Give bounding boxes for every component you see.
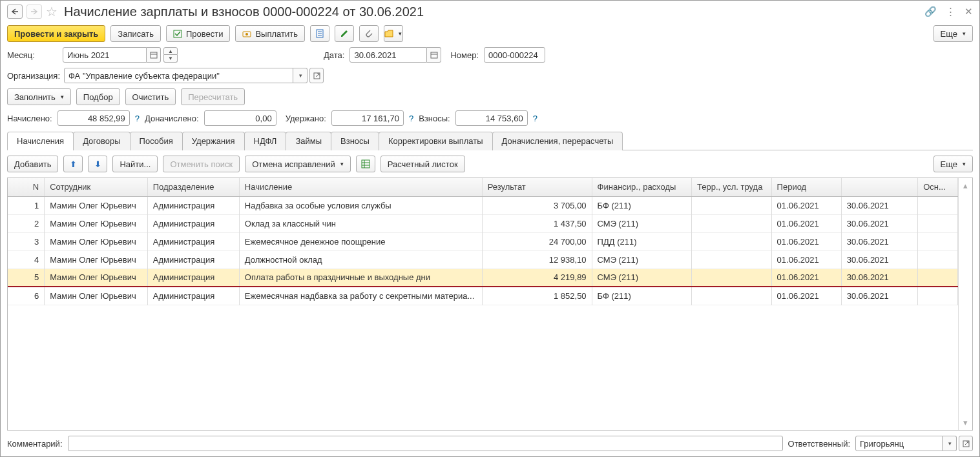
cell-employee: Мамин Олег Юрьевич bbox=[45, 287, 148, 305]
added-value[interactable]: 0,00 bbox=[204, 110, 276, 126]
cancel-find-button: Отменить поиск bbox=[163, 156, 240, 172]
arrow-down-icon: ⬇ bbox=[94, 159, 101, 169]
org-input[interactable]: ФА "Управление субъекта федерации" bbox=[64, 68, 293, 83]
move-up-button[interactable]: ⬆ bbox=[63, 156, 83, 172]
date-input[interactable]: 30.06.2021 bbox=[349, 47, 427, 63]
org-open-button[interactable] bbox=[309, 68, 324, 83]
number-input[interactable]: 0000-000224 bbox=[484, 47, 545, 63]
table-row[interactable]: 5Мамин Олег ЮрьевичАдминистрацияОплата р… bbox=[8, 269, 958, 287]
move-down-button[interactable]: ⬇ bbox=[88, 156, 107, 172]
payslip-button[interactable]: Расчетный листок bbox=[381, 156, 465, 172]
col-period[interactable]: Период bbox=[771, 178, 841, 196]
responsible-dropdown-button[interactable]: ▾ bbox=[943, 436, 957, 451]
more-label: Еще bbox=[941, 29, 957, 39]
cell-result: 12 938,10 bbox=[482, 250, 592, 269]
link-icon[interactable]: 🔗 bbox=[924, 6, 937, 17]
col-dept[interactable]: Подразделение bbox=[147, 178, 239, 196]
pick-button[interactable]: Подбор bbox=[76, 88, 120, 105]
calendar-icon bbox=[150, 51, 158, 59]
tab-4[interactable]: НДФЛ bbox=[244, 132, 287, 150]
post-and-close-button[interactable]: Провести и закрыть bbox=[7, 25, 105, 42]
col-accrual[interactable]: Начисление bbox=[239, 178, 482, 196]
comment-label: Комментарий: bbox=[7, 439, 63, 449]
cell-accrual: Оклад за классный чин bbox=[239, 214, 482, 232]
chevron-down-icon: ▾ bbox=[399, 30, 402, 37]
nav-back-button[interactable] bbox=[7, 5, 23, 19]
month-up-button[interactable]: ▲ bbox=[163, 47, 178, 55]
tab-3[interactable]: Удержания bbox=[182, 132, 245, 150]
cell-result: 3 705,00 bbox=[482, 196, 592, 214]
cell-fin: СМЭ (211) bbox=[592, 269, 691, 287]
report-button[interactable] bbox=[310, 25, 329, 42]
add-button[interactable]: Добавить bbox=[7, 156, 58, 172]
withheld-value[interactable]: 17 161,70 bbox=[331, 110, 404, 126]
folder-icon bbox=[384, 29, 393, 38]
cell-osn bbox=[918, 250, 958, 269]
accrued-value[interactable]: 48 852,99 bbox=[57, 110, 130, 126]
tab-1[interactable]: Договоры bbox=[73, 132, 130, 150]
close-icon[interactable]: ✕ bbox=[964, 6, 973, 17]
comment-input[interactable] bbox=[68, 436, 783, 451]
month-down-button[interactable]: ▼ bbox=[163, 55, 178, 63]
cancel-fix-label: Отмена исправлений bbox=[252, 159, 335, 169]
nav-forward-button[interactable] bbox=[26, 5, 42, 19]
report-icon bbox=[315, 29, 324, 38]
cell-result: 1 437,50 bbox=[482, 214, 592, 232]
help-icon[interactable]: ? bbox=[409, 114, 413, 123]
tab-0[interactable]: Начисления bbox=[7, 132, 74, 150]
cell-n: 5 bbox=[8, 269, 45, 287]
find-button[interactable]: Найти... bbox=[112, 156, 158, 172]
added-label: Доначислено: bbox=[145, 114, 199, 123]
responsible-input[interactable]: Григорьянц bbox=[855, 436, 943, 451]
favorite-icon[interactable]: ☆ bbox=[46, 4, 57, 19]
pay-icon bbox=[242, 29, 251, 38]
responsible-open-button[interactable] bbox=[959, 436, 973, 451]
pay-button[interactable]: Выплатить bbox=[235, 25, 305, 42]
cell-terr bbox=[692, 269, 772, 287]
cell-terr bbox=[692, 250, 772, 269]
fill-button[interactable]: Заполнить ▾ bbox=[7, 88, 71, 105]
table-row[interactable]: 3Мамин Олег ЮрьевичАдминистрацияЕжемесяч… bbox=[8, 232, 958, 250]
grid-more-button[interactable]: Еще ▾ bbox=[933, 156, 973, 172]
tab-8[interactable]: Доначисления, перерасчеты bbox=[492, 132, 623, 150]
more-vert-icon[interactable]: ⋮ bbox=[946, 6, 955, 17]
cell-result: 1 852,50 bbox=[482, 287, 592, 305]
table-row[interactable]: 2Мамин Олег ЮрьевичАдминистрацияОклад за… bbox=[8, 214, 958, 232]
date-calendar-button[interactable] bbox=[427, 47, 441, 63]
org-dropdown-button[interactable]: ▾ bbox=[293, 68, 308, 83]
col-terr[interactable]: Терр., усл. труда bbox=[692, 178, 772, 196]
cancel-fix-button[interactable]: Отмена исправлений ▾ bbox=[245, 156, 351, 172]
folder-dropdown-button[interactable]: ▾ bbox=[384, 25, 403, 42]
tab-2[interactable]: Пособия bbox=[130, 132, 183, 150]
cell-employee: Мамин Олег Юрьевич bbox=[45, 250, 148, 269]
contrib-value[interactable]: 14 753,60 bbox=[455, 110, 528, 126]
help-icon[interactable]: ? bbox=[533, 114, 537, 123]
table-row[interactable]: 6Мамин Олег ЮрьевичАдминистрацияЕжемесяч… bbox=[8, 287, 958, 305]
table-row[interactable]: 4Мамин Олег ЮрьевичАдминистрацияДолжност… bbox=[8, 250, 958, 269]
edit-button[interactable] bbox=[335, 25, 354, 42]
open-icon bbox=[963, 440, 970, 447]
scrollbar[interactable]: ▴ ▾ bbox=[958, 178, 972, 430]
tab-7[interactable]: Корректировки выплаты bbox=[379, 132, 493, 150]
col-result[interactable]: Результат bbox=[482, 178, 592, 196]
col-n[interactable]: N bbox=[8, 178, 45, 196]
chevron-down-icon: ▾ bbox=[963, 161, 966, 167]
date-label: Дата: bbox=[324, 50, 344, 60]
table-settings-button[interactable] bbox=[356, 156, 375, 172]
table-row[interactable]: 1Мамин Олег ЮрьевичАдминистрацияНадбавка… bbox=[8, 196, 958, 214]
clear-button[interactable]: Очистить bbox=[125, 88, 176, 105]
post-button[interactable]: Провести bbox=[166, 25, 231, 42]
month-calendar-button[interactable] bbox=[147, 47, 161, 63]
col-period-end[interactable] bbox=[841, 178, 917, 196]
cell-accrual: Должностной оклад bbox=[239, 250, 482, 269]
help-icon[interactable]: ? bbox=[135, 114, 140, 123]
col-fin[interactable]: Финансир., расходы bbox=[592, 178, 691, 196]
month-input[interactable]: Июнь 2021 bbox=[63, 47, 147, 63]
attach-button[interactable] bbox=[359, 25, 379, 42]
tab-6[interactable]: Взносы bbox=[331, 132, 379, 150]
more-button[interactable]: Еще ▾ bbox=[933, 25, 973, 42]
save-button[interactable]: Записать bbox=[110, 25, 161, 42]
tab-5[interactable]: Займы bbox=[286, 132, 331, 150]
col-osn[interactable]: Осн... bbox=[918, 178, 958, 196]
col-employee[interactable]: Сотрудник bbox=[45, 178, 148, 196]
